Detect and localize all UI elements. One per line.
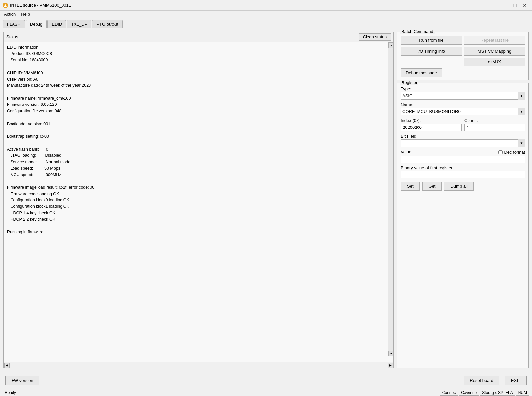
tab-ptg-output[interactable]: PTG output [92,20,122,28]
bit-field-row: Bit Field: ▼ [401,134,525,147]
tab-bar: FLASH Debug EDID TX1_DP PTG output [0,18,532,28]
count-label: Count : [464,118,525,123]
scroll-right-button[interactable]: ▶ [388,363,393,368]
left-panel: Status Clean status EDID information Pro… [3,32,394,368]
right-panel: Batch Command Run from file Repeat last … [397,32,529,368]
count-input[interactable] [464,124,525,131]
batch-command-group: Batch Command Run from file Repeat last … [397,32,529,80]
fw-version-button[interactable]: FW version [5,376,39,385]
name-label: Name: [401,102,525,107]
dec-format-checkbox[interactable] [498,150,503,154]
index-col: Index (0x): [401,118,462,131]
title-bar: INTEL source - VMM6100_0011 — □ ✕ [0,0,532,11]
scroll-up-button[interactable]: ▲ [388,42,394,48]
batch-command-title: Batch Command [400,29,435,34]
index-count-row: Index (0x): Count : [401,118,525,131]
dump-all-button[interactable]: Dump all [444,182,473,191]
io-timing-info-button[interactable]: I/O Timing info [401,47,462,56]
status-storage: Storage: SPI FLA [480,390,515,396]
main-content: Status Clean status EDID information Pro… [0,28,532,372]
register-actions: Set Get Dump all [401,182,525,191]
tab-debug[interactable]: Debug [26,20,47,28]
bit-field-label: Bit Field: [401,134,525,139]
status-text-area[interactable]: EDID information Product ID: GSMC0C8 Ser… [4,42,393,362]
status-group: Status Clean status EDID information Pro… [3,32,394,368]
set-button[interactable]: Set [401,182,420,191]
value-label: Value [401,150,411,154]
window-title: INTEL source - VMM6100_0011 [10,3,500,8]
name-select[interactable]: CORE_MCU_BUSMONITOR0 [401,108,525,115]
status-label: Status [6,35,18,39]
get-button[interactable]: Get [422,182,442,191]
status-ready: Ready [3,390,18,395]
status-num: NUM [516,390,529,396]
dec-format-label: Dec format [504,150,525,155]
scroll-down-button[interactable]: ▼ [388,351,394,356]
count-col: Count : [464,118,525,131]
binary-label: Binary value of first register [401,165,525,170]
scroll-track[interactable] [388,48,393,351]
menu-help[interactable]: Help [18,11,33,17]
tab-flash[interactable]: FLASH [3,20,25,28]
status-bar: Ready Connec Cayenne Storage: SPI FLA NU… [0,389,532,396]
bottom-bar: FW version Reset board EXIT [0,372,532,389]
type-label: Type: [401,86,525,91]
status-connec: Connec [440,390,458,396]
binary-row: Binary value of first register [401,165,525,178]
bit-field-select-wrapper: ▼ [401,139,525,147]
ezaux-button[interactable]: ezAUX [464,58,525,66]
type-row: Type: ASIC ▼ [401,86,525,100]
status-cayenne: Cayenne [459,390,479,396]
debug-message-button[interactable]: Debug message [401,68,442,77]
menu-action[interactable]: Action [1,11,18,17]
bit-field-select[interactable] [401,139,525,147]
window-controls: — □ ✕ [500,2,529,9]
repeat-last-file-button[interactable]: Repeat last file [464,36,525,45]
svg-marker-0 [4,4,7,7]
app-icon [3,3,8,8]
content-area: Status Clean status EDID information Pro… [3,32,529,368]
type-select[interactable]: ASIC [401,92,525,100]
register-group: Register Type: ASIC ▼ Name: CORE_MCU_BU [397,83,529,368]
clean-status-button[interactable]: Clean status [359,33,391,41]
binary-input[interactable] [401,171,525,178]
scroll-left-button[interactable]: ◀ [4,363,10,368]
value-input[interactable] [401,156,525,163]
tab-tx1dp[interactable]: TX1_DP [67,20,91,28]
debug-message-row: Debug message [401,66,525,77]
name-row: Name: CORE_MCU_BUSMONITOR0 ▼ [401,102,525,115]
vertical-scrollbar[interactable]: ▲ ▼ [388,42,393,356]
tab-edid[interactable]: EDID [47,20,66,28]
value-header: Value Dec format [401,150,525,155]
dec-format-row: Dec format [498,150,525,155]
reset-board-button[interactable]: Reset board [464,376,499,385]
index-label: Index (0x): [401,118,462,123]
exit-button[interactable]: EXIT [505,376,527,385]
name-select-wrapper: CORE_MCU_BUSMONITOR0 ▼ [401,108,525,115]
minimize-button[interactable]: — [500,2,510,9]
menu-bar: Action Help [0,11,532,18]
maximize-button[interactable]: □ [510,2,519,9]
type-select-wrapper: ASIC ▼ [401,92,525,100]
status-header: Status Clean status [4,32,393,42]
batch-buttons: Run from file Repeat last file I/O Timin… [401,35,525,66]
run-from-file-button[interactable]: Run from file [401,36,462,45]
index-input[interactable] [401,124,462,131]
value-row: Value Dec format [401,150,525,163]
horizontal-scrollbar[interactable]: ◀ ▶ [4,362,393,368]
close-button[interactable]: ✕ [520,2,529,9]
mst-vc-mapping-button[interactable]: MST VC Mapping [464,47,525,56]
register-group-title: Register [400,80,418,85]
